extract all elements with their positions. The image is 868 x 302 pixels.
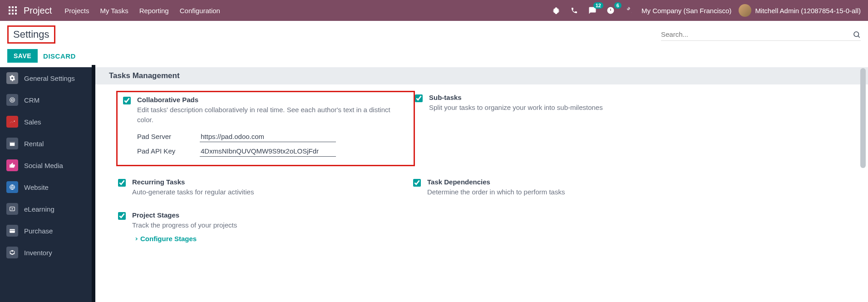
apps-menu-icon[interactable]	[7, 5, 18, 16]
dependencies-checkbox[interactable]	[413, 179, 421, 187]
configure-stages-link[interactable]: Configure Stages	[132, 235, 197, 243]
chart-icon	[6, 116, 18, 128]
subtasks-checkbox[interactable]	[415, 94, 423, 102]
sidebar-item-purchase[interactable]: Purchase	[0, 220, 95, 242]
page-title: Settings	[7, 25, 55, 44]
globe-icon	[6, 181, 18, 193]
setting-recurring-tasks: Recurring Tasks Auto-generate tasks for …	[118, 175, 413, 200]
sidebar-item-general-settings[interactable]: General Settings	[0, 67, 95, 89]
section-header: Tasks Management	[95, 67, 868, 84]
svg-point-9	[854, 32, 859, 37]
bug-icon[interactable]	[551, 5, 562, 16]
search-input[interactable]	[661, 30, 849, 38]
svg-rect-19	[10, 230, 15, 231]
svg-rect-18	[10, 229, 15, 233]
thumbs-up-icon	[6, 159, 18, 171]
box-icon	[6, 247, 18, 258]
pad-api-key-input[interactable]	[200, 146, 336, 157]
sidebar-item-crm[interactable]: CRM	[0, 89, 95, 111]
nav-link-reporting[interactable]: Reporting	[139, 7, 169, 15]
tools-icon[interactable]	[623, 5, 634, 16]
action-bar: Settings	[0, 21, 868, 46]
app-brand[interactable]: Project	[24, 5, 52, 16]
svg-rect-2	[15, 6, 17, 8]
svg-rect-0	[9, 6, 10, 8]
play-icon	[6, 203, 18, 215]
sidebar-item-label: CRM	[24, 96, 39, 104]
recurring-checkbox[interactable]	[118, 179, 126, 187]
sidebar-item-label: eLearning	[24, 205, 54, 213]
discard-button[interactable]: DISCARD	[43, 52, 76, 60]
phone-icon[interactable]	[569, 5, 580, 16]
sidebar-item-website[interactable]: Website	[0, 176, 95, 198]
configure-stages-label: Configure Stages	[140, 235, 197, 243]
dependencies-title: Task Dependencies	[427, 178, 708, 186]
pad-server-label: Pad Server	[137, 133, 200, 140]
recurring-title: Recurring Tasks	[132, 178, 413, 186]
pads-title: Collaborative Pads	[137, 96, 408, 104]
avatar-icon	[739, 4, 751, 17]
target-icon	[6, 94, 18, 106]
nav-link-configuration[interactable]: Configuration	[180, 7, 220, 15]
company-selector[interactable]: My Company (San Francisco)	[641, 7, 731, 15]
activities-badge: 6	[614, 2, 621, 9]
sidebar-item-label: General Settings	[24, 74, 75, 82]
setting-collaborative-pads: Collaborative Pads Edit tasks' descripti…	[116, 91, 415, 166]
subtasks-desc: Split your tasks to organize your work i…	[429, 103, 710, 113]
scrollbar-thumb[interactable]	[860, 68, 866, 168]
sidebar-item-inventory[interactable]: Inventory	[0, 242, 95, 263]
stages-checkbox[interactable]	[118, 212, 126, 220]
setting-project-stages: Project Stages Track the progress of you…	[118, 208, 413, 246]
svg-point-11	[10, 98, 15, 103]
calendar-icon	[6, 138, 18, 149]
svg-rect-14	[10, 142, 15, 143]
sidebar-item-label: Inventory	[24, 249, 52, 257]
nav-link-projects[interactable]: Projects	[64, 7, 89, 15]
sidebar-item-sales[interactable]: Sales	[0, 111, 95, 133]
subtasks-title: Sub-tasks	[429, 94, 710, 101]
messages-badge: 12	[593, 2, 603, 9]
field-pad-server: Pad Server	[137, 131, 408, 142]
svg-rect-3	[9, 10, 10, 11]
sidebar-item-rental[interactable]: Rental	[0, 133, 95, 154]
settings-content: Tasks Management Collaborative Pads Edit…	[95, 67, 868, 302]
pad-server-input[interactable]	[200, 131, 336, 142]
sidebar-item-label: Social Media	[24, 162, 63, 169]
field-pad-api-key: Pad API Key	[137, 146, 408, 157]
sidebar-item-label: Rental	[24, 140, 44, 148]
pads-checkbox[interactable]	[123, 97, 131, 104]
stages-title: Project Stages	[132, 211, 413, 219]
sidebar-item-label: Purchase	[24, 227, 53, 235]
svg-rect-6	[9, 13, 10, 15]
messages-icon[interactable]: 12	[587, 5, 598, 16]
user-name: Mitchell Admin (12087854-15-0-all)	[755, 7, 861, 15]
nav-link-my-tasks[interactable]: My Tasks	[100, 7, 128, 15]
svg-point-12	[11, 99, 14, 101]
search-container	[661, 29, 861, 41]
search-icon[interactable]	[853, 30, 861, 39]
nav-links: Projects My Tasks Reporting Configuratio…	[64, 7, 220, 15]
recurring-desc: Auto-generate tasks for regular activiti…	[132, 187, 413, 197]
dependencies-desc: Determine the order in which to perform …	[427, 187, 708, 197]
stages-desc: Track the progress of your projects	[132, 220, 413, 230]
svg-marker-17	[12, 208, 13, 210]
sidebar-item-elearning[interactable]: eLearning	[0, 198, 95, 220]
svg-rect-5	[15, 10, 17, 11]
top-navbar: Project Projects My Tasks Reporting Conf…	[0, 0, 868, 21]
save-button[interactable]: SAVE	[7, 49, 38, 63]
pad-api-key-label: Pad API Key	[137, 147, 200, 155]
activities-icon[interactable]: 6	[605, 5, 616, 16]
main-area: General Settings CRM Sales Rental Social…	[0, 67, 868, 302]
sidebar-scrollbar[interactable]	[92, 65, 95, 302]
sidebar-item-social-media[interactable]: Social Media	[0, 154, 95, 176]
svg-rect-8	[15, 13, 17, 15]
user-menu[interactable]: Mitchell Admin (12087854-15-0-all)	[739, 4, 861, 17]
setting-task-dependencies: Task Dependencies Determine the order in…	[413, 175, 708, 200]
card-icon	[6, 225, 18, 237]
button-bar: SAVE DISCARD	[0, 46, 868, 67]
svg-rect-7	[12, 13, 14, 15]
content-scrollbar[interactable]	[859, 67, 867, 302]
sidebar-item-label: Website	[24, 183, 49, 191]
gear-icon	[6, 72, 18, 84]
arrow-right-icon	[132, 236, 138, 242]
